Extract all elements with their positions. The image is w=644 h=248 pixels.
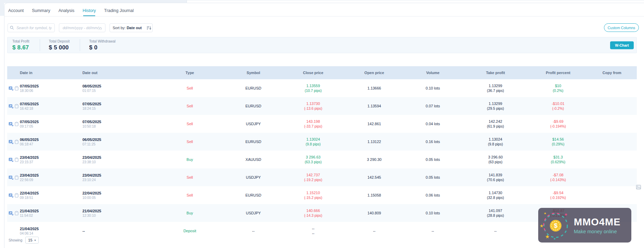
tab-account[interactable]: Account bbox=[8, 5, 24, 16]
total-deposit-label: Total Deposit bbox=[49, 39, 70, 43]
copy-trade-icon[interactable] bbox=[15, 122, 18, 126]
copy-trade-icon[interactable] bbox=[15, 140, 18, 144]
page-size-select[interactable]: 15 ▾ bbox=[25, 237, 38, 244]
open-chart-icon[interactable] bbox=[9, 193, 13, 198]
total-withdrawal-value: $ 0 bbox=[89, 44, 115, 51]
open-chart-icon[interactable] bbox=[9, 157, 13, 162]
col-type[interactable]: Type bbox=[154, 66, 225, 79]
close-price-pips: (-15.2 pips) bbox=[282, 196, 345, 200]
copy-from bbox=[587, 97, 637, 115]
trade-type: Sell bbox=[187, 175, 193, 179]
open-price: 1.13122 bbox=[345, 133, 404, 151]
profit: $10 bbox=[529, 84, 587, 88]
take-profit-pips: (36.7 pips) bbox=[462, 88, 529, 93]
profit: $14.56 bbox=[529, 137, 587, 141]
total-profit: Total Profit $ 8.67 bbox=[8, 39, 40, 51]
total-profit-label: Total Profit bbox=[12, 39, 29, 43]
copy-trade-icon[interactable] bbox=[15, 211, 18, 215]
summary-bar: Total Profit $ 8.67 Total Deposit $ 5 00… bbox=[7, 37, 637, 53]
sort-by-select[interactable]: Sort by:Date out bbox=[110, 23, 153, 32]
trade-type: Sell bbox=[187, 104, 193, 108]
close-price-pips: (10.7 pips) bbox=[282, 88, 345, 93]
open-chart-icon[interactable] bbox=[9, 122, 13, 126]
col-symbol[interactable]: Symbol bbox=[225, 66, 282, 79]
open-chart-icon[interactable] bbox=[9, 104, 13, 108]
col-date-in[interactable]: Date in bbox=[7, 66, 79, 79]
date-range-input[interactable] bbox=[62, 25, 102, 30]
table-row[interactable]: 06/05/202506:18:4706/05/202507:11:25Sell… bbox=[7, 133, 637, 151]
open-price: 142.545 bbox=[345, 168, 404, 186]
profit-percent: (0.2%) bbox=[529, 88, 587, 93]
copy-trade-icon[interactable] bbox=[15, 157, 18, 162]
col-copy-from[interactable]: Copy from bbox=[587, 66, 637, 79]
time-in: 04:06:14 bbox=[20, 232, 39, 235]
sort-descending-icon[interactable] bbox=[144, 26, 153, 30]
time-in: 09:18:51 bbox=[20, 196, 39, 200]
copy-trade-icon[interactable] bbox=[15, 175, 18, 180]
open-price: -- bbox=[345, 222, 404, 240]
col-close-price[interactable]: Close price bbox=[282, 66, 345, 79]
take-profit-pips: (61.9 pips) bbox=[462, 124, 529, 128]
tab-summary[interactable]: Summary bbox=[32, 5, 50, 16]
copy-trade-icon[interactable] bbox=[15, 86, 18, 91]
date-in: 06/05/2025 bbox=[20, 138, 39, 142]
watermark-title: MMO4ME bbox=[574, 216, 621, 228]
trade-type: Sell bbox=[187, 86, 193, 90]
volume: 0.05 lots bbox=[404, 168, 462, 186]
symbol: EURUSD bbox=[225, 133, 282, 151]
col-open-price[interactable]: Open price bbox=[345, 66, 404, 79]
open-chart-icon[interactable] bbox=[9, 86, 13, 91]
close-price: 140.666 bbox=[282, 209, 345, 213]
search-input[interactable] bbox=[16, 25, 52, 30]
table-row[interactable]: 07/05/202518:30:0608/05/202501:07:15Sell… bbox=[7, 79, 637, 97]
table-header-row: Date in Date out Type Symbol Close price… bbox=[7, 66, 637, 79]
volume: 0.05 lots bbox=[404, 151, 462, 168]
custom-columns-button[interactable]: Custom Columns bbox=[604, 23, 639, 32]
mmo4me-logo-icon: $ ★ ★ ★ ★ ★ bbox=[540, 210, 571, 241]
open-chart-icon[interactable] bbox=[9, 140, 13, 144]
table-row[interactable]: 23/04/202522:56:0923/04/202523:10:24Sell… bbox=[7, 168, 637, 186]
image-placeholder-icon bbox=[636, 185, 641, 189]
date-out: -- bbox=[83, 229, 155, 233]
trade-type: Buy bbox=[187, 157, 193, 162]
tab-analysis[interactable]: Analysis bbox=[59, 5, 75, 16]
table-row[interactable]: 22/04/202509:18:5122/04/202510:00:05Sell… bbox=[7, 186, 637, 204]
symbol: -- bbox=[225, 222, 282, 240]
date-range-box[interactable] bbox=[59, 23, 105, 32]
w-chart-button[interactable]: W-Chart bbox=[610, 41, 634, 49]
symbol: EURUSD bbox=[225, 79, 282, 97]
copy-trade-icon[interactable] bbox=[15, 104, 18, 108]
search-box[interactable] bbox=[8, 23, 55, 32]
open-chart-icon[interactable] bbox=[9, 211, 13, 215]
profit-percent: (0.629%) bbox=[529, 160, 587, 164]
trade-type: Deposit bbox=[184, 229, 196, 233]
time-out: 23:38:10 bbox=[83, 160, 155, 164]
col-take-profit[interactable]: Take profit bbox=[462, 66, 529, 79]
col-volume[interactable]: Volume bbox=[404, 66, 462, 79]
take-profit-pips: (70.6 pips) bbox=[462, 178, 529, 182]
copy-from bbox=[587, 115, 637, 133]
profit-percent: (-0.192%) bbox=[529, 196, 587, 200]
take-profit: 1.13299 bbox=[462, 102, 529, 106]
time-out: 12:30:10 bbox=[83, 214, 155, 217]
table-row[interactable]: 07/05/202516:42:1807/05/202518:24:15Sell… bbox=[7, 97, 637, 115]
profit: -$9.69 bbox=[529, 119, 587, 123]
close-price-pips: (-33.7 pips) bbox=[282, 124, 345, 128]
col-profit-percent[interactable]: Profit percent bbox=[529, 66, 587, 79]
volume: 0.16 lots bbox=[404, 133, 462, 151]
close-price: 1.13559 bbox=[282, 84, 345, 88]
copy-trade-icon[interactable] bbox=[15, 193, 18, 198]
watermark-subtitle: Make money online bbox=[574, 229, 621, 234]
close-price: 1.15210 bbox=[282, 191, 345, 195]
open-chart-icon[interactable] bbox=[9, 175, 13, 180]
tab-history[interactable]: History bbox=[83, 5, 96, 16]
date-out: 21/04/2025 bbox=[83, 209, 155, 213]
volume: 0.04 lots bbox=[404, 115, 462, 133]
table-row[interactable]: 23/04/202523:15:3723/04/202523:38:10BuyX… bbox=[7, 151, 637, 168]
volume: 0.10 lots bbox=[404, 79, 462, 97]
col-date-out[interactable]: Date out bbox=[79, 66, 155, 79]
top-divider bbox=[187, 0, 644, 0]
close-price-pips: (-19.2 pips) bbox=[282, 178, 345, 182]
tab-trading-journal[interactable]: Trading Journal bbox=[104, 5, 134, 16]
table-row[interactable]: 07/05/202509:17:0507/05/202510:50:18Sell… bbox=[7, 115, 637, 133]
